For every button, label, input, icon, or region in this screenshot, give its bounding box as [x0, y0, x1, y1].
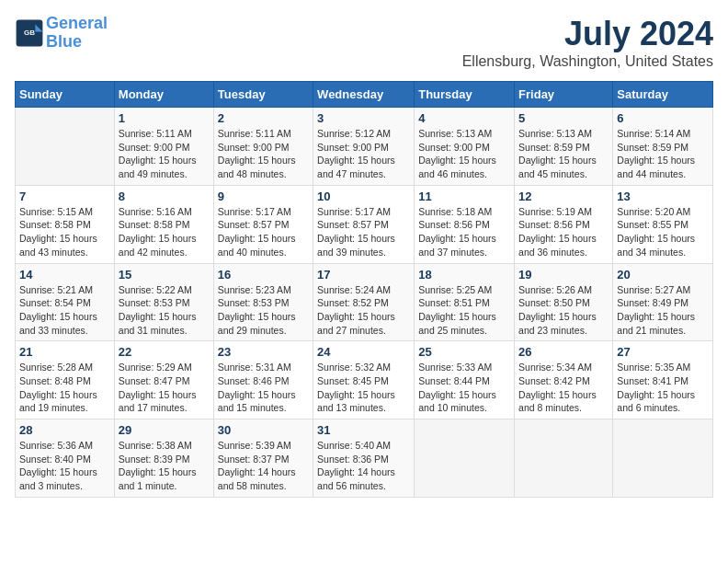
day-number: 27 [617, 345, 709, 359]
weekday-header-monday: Monday [114, 82, 213, 108]
day-info: Sunrise: 5:34 AMSunset: 8:42 PMDaylight:… [518, 361, 609, 415]
calendar-cell: 7Sunrise: 5:15 AMSunset: 8:58 PMDaylight… [16, 185, 115, 263]
day-number: 12 [518, 190, 609, 203]
calendar-cell: 6Sunrise: 5:14 AMSunset: 8:59 PMDaylight… [613, 108, 713, 186]
day-info: Sunrise: 5:11 AMSunset: 9:00 PMDaylight:… [218, 127, 309, 181]
calendar-cell: 17Sunrise: 5:24 AMSunset: 8:52 PMDayligh… [313, 263, 415, 341]
calendar-cell: 27Sunrise: 5:35 AMSunset: 8:41 PMDayligh… [613, 341, 713, 419]
day-number: 21 [19, 345, 110, 359]
day-number: 1 [119, 111, 210, 125]
day-number: 22 [119, 345, 210, 359]
calendar-cell: 22Sunrise: 5:29 AMSunset: 8:47 PMDayligh… [114, 341, 213, 419]
day-info: Sunrise: 5:38 AMSunset: 8:39 PMDaylight:… [119, 439, 210, 493]
day-number: 14 [19, 268, 110, 282]
day-info: Sunrise: 5:27 AMSunset: 8:49 PMDaylight:… [617, 283, 709, 338]
day-info: Sunrise: 5:32 AMSunset: 8:45 PMDaylight:… [317, 361, 410, 415]
day-info: Sunrise: 5:39 AMSunset: 8:37 PMDaylight:… [218, 439, 309, 493]
calendar-cell: 31Sunrise: 5:40 AMSunset: 8:36 PMDayligh… [313, 419, 415, 498]
day-info: Sunrise: 5:16 AMSunset: 8:58 PMDaylight:… [119, 205, 210, 259]
calendar-week-row: 7Sunrise: 5:15 AMSunset: 8:58 PMDaylight… [16, 185, 713, 263]
day-number: 19 [518, 268, 609, 282]
calendar-cell: 14Sunrise: 5:21 AMSunset: 8:54 PMDayligh… [16, 263, 115, 341]
calendar-cell [415, 419, 515, 498]
month-year: July 2024 [462, 15, 713, 53]
day-number: 24 [317, 345, 410, 359]
calendar-cell: 16Sunrise: 5:23 AMSunset: 8:53 PMDayligh… [213, 263, 313, 341]
calendar-cell: 4Sunrise: 5:13 AMSunset: 9:00 PMDaylight… [415, 108, 515, 186]
day-info: Sunrise: 5:22 AMSunset: 8:53 PMDaylight:… [119, 283, 210, 338]
weekday-header-friday: Friday [515, 82, 613, 108]
weekday-header-row: SundayMondayTuesdayWednesdayThursdayFrid… [16, 82, 713, 108]
calendar-cell: 25Sunrise: 5:33 AMSunset: 8:44 PMDayligh… [415, 341, 515, 419]
calendar-cell: 26Sunrise: 5:34 AMSunset: 8:42 PMDayligh… [515, 341, 613, 419]
day-info: Sunrise: 5:36 AMSunset: 8:40 PMDaylight:… [19, 439, 110, 493]
logo: GB General Blue [15, 15, 108, 52]
day-info: Sunrise: 5:14 AMSunset: 8:59 PMDaylight:… [617, 127, 709, 181]
day-info: Sunrise: 5:24 AMSunset: 8:52 PMDaylight:… [317, 283, 410, 338]
calendar-cell: 13Sunrise: 5:20 AMSunset: 8:55 PMDayligh… [613, 185, 713, 263]
day-number: 30 [218, 423, 309, 437]
day-info: Sunrise: 5:31 AMSunset: 8:46 PMDaylight:… [218, 361, 309, 415]
day-info: Sunrise: 5:13 AMSunset: 9:00 PMDaylight:… [418, 127, 510, 181]
day-info: Sunrise: 5:12 AMSunset: 9:00 PMDaylight:… [317, 127, 410, 181]
svg-text:GB: GB [24, 28, 35, 36]
calendar-cell: 28Sunrise: 5:36 AMSunset: 8:40 PMDayligh… [16, 419, 115, 498]
calendar-week-row: 28Sunrise: 5:36 AMSunset: 8:40 PMDayligh… [16, 419, 713, 498]
day-info: Sunrise: 5:17 AMSunset: 8:57 PMDaylight:… [317, 205, 410, 259]
calendar-cell: 9Sunrise: 5:17 AMSunset: 8:57 PMDaylight… [213, 185, 313, 263]
calendar-week-row: 14Sunrise: 5:21 AMSunset: 8:54 PMDayligh… [16, 263, 713, 341]
day-info: Sunrise: 5:28 AMSunset: 8:48 PMDaylight:… [19, 361, 110, 415]
day-number: 16 [218, 268, 309, 282]
calendar-cell: 24Sunrise: 5:32 AMSunset: 8:45 PMDayligh… [313, 341, 415, 419]
weekday-header-sunday: Sunday [16, 82, 115, 108]
day-number: 23 [218, 345, 309, 359]
calendar-cell [613, 419, 713, 498]
calendar-cell [16, 108, 115, 186]
day-number: 25 [418, 345, 510, 359]
calendar-cell: 15Sunrise: 5:22 AMSunset: 8:53 PMDayligh… [114, 263, 213, 341]
title-block: July 2024 Ellensburg, Washington, United… [462, 15, 713, 70]
weekday-header-saturday: Saturday [613, 82, 713, 108]
day-info: Sunrise: 5:17 AMSunset: 8:57 PMDaylight:… [218, 205, 309, 259]
calendar-cell: 5Sunrise: 5:13 AMSunset: 8:59 PMDaylight… [515, 108, 613, 186]
day-info: Sunrise: 5:40 AMSunset: 8:36 PMDaylight:… [317, 439, 410, 493]
day-info: Sunrise: 5:21 AMSunset: 8:54 PMDaylight:… [19, 283, 110, 338]
day-number: 4 [418, 111, 510, 125]
weekday-header-tuesday: Tuesday [213, 82, 313, 108]
day-number: 31 [317, 423, 410, 437]
day-number: 26 [518, 345, 609, 359]
day-number: 9 [218, 190, 309, 203]
day-info: Sunrise: 5:15 AMSunset: 8:58 PMDaylight:… [19, 205, 110, 259]
calendar-cell: 19Sunrise: 5:26 AMSunset: 8:50 PMDayligh… [515, 263, 613, 341]
day-number: 6 [617, 111, 709, 125]
day-info: Sunrise: 5:23 AMSunset: 8:53 PMDaylight:… [218, 283, 309, 338]
calendar-cell: 12Sunrise: 5:19 AMSunset: 8:56 PMDayligh… [515, 185, 613, 263]
weekday-header-thursday: Thursday [415, 82, 515, 108]
page-header: GB General Blue July 2024 Ellensburg, Wa… [15, 15, 713, 70]
day-number: 2 [218, 111, 309, 125]
calendar-cell: 3Sunrise: 5:12 AMSunset: 9:00 PMDaylight… [313, 108, 415, 186]
calendar-cell: 20Sunrise: 5:27 AMSunset: 8:49 PMDayligh… [613, 263, 713, 341]
calendar-cell: 23Sunrise: 5:31 AMSunset: 8:46 PMDayligh… [213, 341, 313, 419]
day-info: Sunrise: 5:29 AMSunset: 8:47 PMDaylight:… [119, 361, 210, 415]
calendar-cell: 2Sunrise: 5:11 AMSunset: 9:00 PMDaylight… [213, 108, 313, 186]
day-number: 17 [317, 268, 410, 282]
day-number: 29 [119, 423, 210, 437]
weekday-header-wednesday: Wednesday [313, 82, 415, 108]
day-number: 7 [19, 190, 110, 203]
day-number: 10 [317, 190, 410, 203]
day-info: Sunrise: 5:33 AMSunset: 8:44 PMDaylight:… [418, 361, 510, 415]
day-number: 13 [617, 190, 709, 203]
calendar-cell: 1Sunrise: 5:11 AMSunset: 9:00 PMDaylight… [114, 108, 213, 186]
location: Ellensburg, Washington, United States [462, 53, 713, 70]
day-info: Sunrise: 5:26 AMSunset: 8:50 PMDaylight:… [518, 283, 609, 338]
day-info: Sunrise: 5:19 AMSunset: 8:56 PMDaylight:… [518, 205, 609, 259]
calendar-cell [515, 419, 613, 498]
calendar-cell: 11Sunrise: 5:18 AMSunset: 8:56 PMDayligh… [415, 185, 515, 263]
day-info: Sunrise: 5:35 AMSunset: 8:41 PMDaylight:… [617, 361, 709, 415]
day-number: 11 [418, 190, 510, 203]
calendar-cell: 30Sunrise: 5:39 AMSunset: 8:37 PMDayligh… [213, 419, 313, 498]
day-number: 8 [119, 190, 210, 203]
calendar-week-row: 1Sunrise: 5:11 AMSunset: 9:00 PMDaylight… [16, 108, 713, 186]
calendar-week-row: 21Sunrise: 5:28 AMSunset: 8:48 PMDayligh… [16, 341, 713, 419]
